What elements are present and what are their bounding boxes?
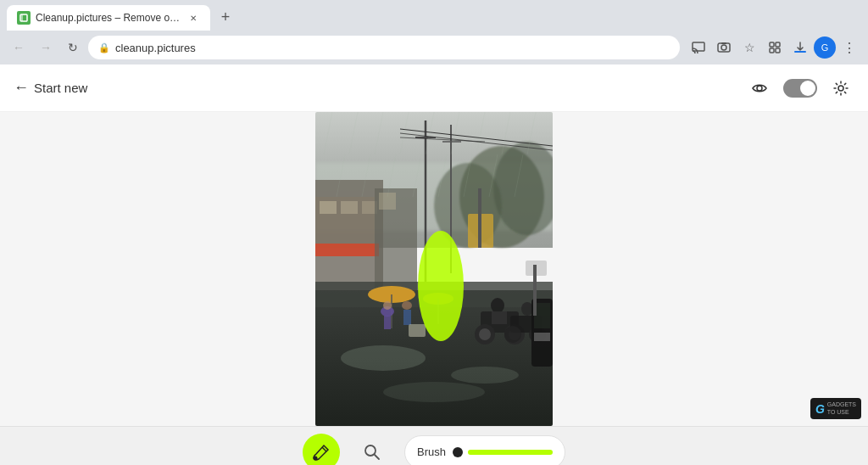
browser-frame: Cleanup.pictures – Remove obj... ✕ + ← →… bbox=[0, 0, 868, 465]
svg-point-53 bbox=[479, 328, 491, 340]
settings-button[interactable] bbox=[827, 75, 854, 102]
forward-button[interactable]: → bbox=[34, 36, 58, 59]
bottom-toolbar: Brush bbox=[0, 426, 868, 465]
zoom-tool-button[interactable] bbox=[353, 434, 391, 466]
svg-rect-46 bbox=[403, 310, 411, 325]
menu-button[interactable]: ⋮ bbox=[837, 36, 861, 59]
svg-point-39 bbox=[383, 382, 485, 402]
svg-line-87 bbox=[375, 455, 379, 459]
address-bar: ← → ↻ 🔒 cleanup.pictures ☆ bbox=[0, 31, 868, 64]
svg-point-58 bbox=[504, 326, 521, 343]
watermark-box: G GADGETS TO USE bbox=[810, 398, 861, 419]
toggle-knob bbox=[800, 81, 815, 96]
app-header: ← Start new bbox=[0, 64, 868, 112]
canvas-area[interactable]: G GADGETS TO USE bbox=[0, 112, 868, 426]
svg-rect-25 bbox=[379, 193, 396, 210]
svg-rect-9 bbox=[776, 48, 780, 53]
svg-rect-5 bbox=[721, 42, 726, 44]
svg-rect-44 bbox=[384, 316, 391, 329]
header-left: ← Start new bbox=[14, 79, 87, 97]
svg-point-45 bbox=[402, 301, 412, 310]
svg-point-60 bbox=[521, 302, 533, 316]
back-arrow-icon: ← bbox=[14, 79, 29, 97]
header-right bbox=[746, 75, 854, 102]
svg-point-4 bbox=[721, 45, 726, 50]
watermark-letter: G bbox=[815, 402, 825, 416]
cast-icon[interactable] bbox=[687, 36, 710, 59]
web-content: ← Start new bbox=[0, 64, 868, 465]
svg-rect-7 bbox=[776, 42, 780, 47]
tab-favicon bbox=[17, 11, 31, 25]
svg-rect-21 bbox=[320, 201, 337, 214]
brush-dot bbox=[453, 447, 463, 457]
image-container bbox=[315, 112, 553, 426]
profile-icon[interactable]: G bbox=[814, 36, 836, 59]
preview-eye-button[interactable] bbox=[746, 75, 773, 102]
active-tab[interactable]: Cleanup.pictures – Remove obj... ✕ bbox=[7, 5, 210, 31]
svg-point-37 bbox=[341, 345, 426, 371]
back-button[interactable]: ← bbox=[7, 36, 31, 59]
svg-rect-8 bbox=[770, 48, 774, 53]
toggle-switch[interactable] bbox=[783, 79, 817, 98]
svg-point-11 bbox=[838, 86, 843, 91]
svg-point-38 bbox=[451, 367, 519, 384]
lock-icon: 🔒 bbox=[98, 42, 110, 53]
address-text: cleanup.pictures bbox=[115, 42, 196, 54]
tab-title: Cleanup.pictures – Remove obj... bbox=[36, 12, 181, 24]
svg-rect-34 bbox=[478, 188, 481, 248]
start-new-button[interactable]: ← Start new bbox=[14, 79, 87, 97]
browser-toolbar-icons: ☆ G ⋮ bbox=[687, 36, 861, 59]
screenshot-icon[interactable] bbox=[712, 36, 736, 59]
svg-point-85 bbox=[314, 456, 318, 460]
reload-button[interactable]: ↻ bbox=[61, 36, 85, 59]
star-icon[interactable]: ☆ bbox=[737, 36, 761, 59]
svg-rect-2 bbox=[693, 42, 704, 51]
brush-size-slider[interactable] bbox=[468, 450, 553, 455]
extensions-icon[interactable] bbox=[763, 36, 787, 59]
svg-rect-63 bbox=[534, 333, 550, 341]
svg-point-43 bbox=[383, 301, 392, 310]
svg-rect-0 bbox=[20, 14, 27, 21]
tab-close-button[interactable]: ✕ bbox=[186, 11, 200, 25]
svg-rect-22 bbox=[341, 201, 358, 214]
street-scene bbox=[315, 112, 553, 426]
brush-control: Brush bbox=[404, 435, 565, 466]
brush-tool-button[interactable] bbox=[303, 434, 340, 466]
svg-rect-20 bbox=[315, 244, 379, 256]
svg-rect-65 bbox=[533, 265, 537, 316]
svg-point-55 bbox=[491, 298, 504, 313]
tab-bar: Cleanup.pictures – Remove obj... ✕ + bbox=[0, 0, 868, 31]
svg-point-10 bbox=[757, 86, 762, 91]
brush-slider-container bbox=[453, 447, 553, 457]
svg-point-86 bbox=[365, 445, 376, 456]
download-icon[interactable] bbox=[788, 36, 812, 59]
watermark: G GADGETS TO USE bbox=[810, 398, 861, 419]
brush-label: Brush bbox=[417, 445, 446, 458]
svg-rect-56 bbox=[492, 311, 507, 324]
new-tab-button[interactable]: + bbox=[214, 5, 237, 29]
start-new-label: Start new bbox=[34, 81, 87, 95]
watermark-text: GADGETS TO USE bbox=[827, 401, 856, 416]
svg-rect-6 bbox=[770, 42, 774, 47]
svg-point-83 bbox=[418, 231, 464, 341]
address-input[interactable]: 🔒 cleanup.pictures bbox=[88, 36, 680, 59]
svg-rect-47 bbox=[409, 324, 426, 337]
